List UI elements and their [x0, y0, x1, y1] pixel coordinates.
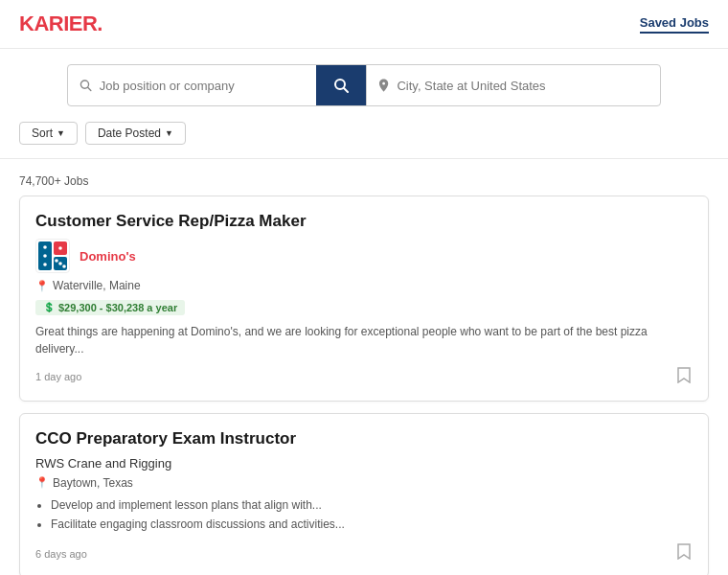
salary-badge: 💲 $29,300 - $30,238 a year [35, 300, 185, 315]
job-footer: 1 day ago [35, 365, 693, 389]
job-search-field [68, 65, 316, 105]
posted-time: 6 days ago [35, 548, 87, 560]
pin-icon: 📍 [35, 280, 49, 292]
location-row: 📍 Waterville, Maine [35, 279, 693, 292]
filters-bar: Sort ▼ Date Posted ▼ [0, 118, 728, 154]
bookmark-icon [677, 543, 691, 560]
bookmark-icon [677, 367, 691, 383]
logo-dot: . [97, 12, 102, 35]
header-divider [0, 158, 728, 159]
job-bullets: Develop and implement lesson plans that … [35, 495, 693, 535]
svg-point-13 [62, 264, 66, 268]
bookmark-button[interactable] [675, 365, 693, 389]
svg-point-12 [55, 259, 58, 263]
location-icon [378, 79, 389, 92]
svg-point-11 [58, 262, 62, 265]
company-row: Domino's [35, 239, 693, 273]
jobs-list: Customer Service Rep/Pizza Maker [0, 196, 728, 575]
company-logo [35, 239, 70, 273]
company-name: Domino's [80, 249, 136, 264]
svg-point-9 [43, 254, 47, 258]
location-text: Waterville, Maine [53, 279, 141, 292]
job-title: CCO Preparatory Exam Instructor [35, 429, 693, 448]
location-input[interactable] [397, 79, 648, 93]
job-title: Customer Service Rep/Pizza Maker [35, 212, 693, 231]
logo: KARIER. [19, 12, 102, 36]
saved-jobs-link[interactable]: Saved Jobs [640, 15, 709, 34]
svg-point-8 [43, 263, 47, 266]
money-icon: 💲 [43, 302, 55, 312]
svg-line-3 [344, 88, 348, 92]
search-button[interactable] [316, 65, 366, 105]
job-card: Customer Service Rep/Pizza Maker [19, 196, 709, 402]
company-info: Domino's [80, 249, 136, 264]
chevron-down-icon: ▼ [165, 128, 173, 138]
pin-icon: 📍 [35, 476, 49, 489]
svg-point-7 [43, 245, 47, 249]
location-text: Baytown, Texas [53, 476, 133, 490]
svg-line-1 [88, 87, 91, 90]
posted-time: 1 day ago [35, 371, 81, 382]
job-footer: 6 days ago [35, 541, 693, 565]
sort-filter-button[interactable]: Sort ▼ [19, 122, 78, 145]
search-job-icon [80, 79, 92, 92]
job-card: CCO Preparatory Exam Instructor RWS Cran… [19, 413, 709, 576]
logo-text: KARIER [19, 12, 97, 35]
company-row: RWS Crane and Rigging [35, 456, 693, 471]
location-search-field [367, 65, 660, 105]
job-count: 74,700+ Jobs [0, 163, 728, 196]
chevron-down-icon: ▼ [57, 128, 65, 138]
bookmark-button[interactable] [675, 541, 693, 565]
search-section [0, 49, 728, 118]
company-name: RWS Crane and Rigging [35, 456, 171, 471]
job-input[interactable] [100, 79, 305, 93]
date-posted-filter-button[interactable]: Date Posted ▼ [85, 122, 186, 145]
bullet-item: Facilitate engaging classroom discussion… [51, 515, 693, 534]
job-description: Great things are happening at Domino's, … [35, 323, 693, 357]
svg-point-10 [58, 246, 62, 250]
dominos-logo-icon [36, 240, 69, 272]
location-row: 📍 Baytown, Texas [35, 476, 693, 490]
bullet-item: Develop and implement lesson plans that … [51, 495, 693, 515]
salary-text: $29,300 - $30,238 a year [58, 302, 177, 313]
search-bar [67, 64, 661, 106]
header: KARIER. Saved Jobs [0, 0, 728, 49]
